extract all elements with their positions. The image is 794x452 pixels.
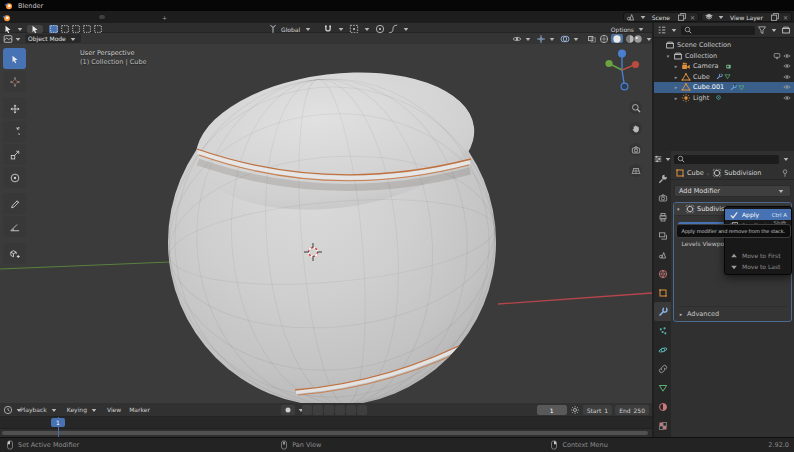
editor-type-icon[interactable] — [3, 34, 13, 44]
mode-dropdown[interactable]: Object Mode — [25, 34, 81, 43]
new-collection-icon[interactable] — [781, 25, 791, 35]
nav-zoom[interactable] — [629, 101, 642, 114]
props-tab-texture[interactable] — [654, 416, 671, 435]
nav-pan[interactable] — [629, 122, 642, 135]
outliner-row-light[interactable]: ▸ Light — [654, 93, 794, 104]
select-mode-set[interactable] — [49, 25, 58, 33]
header-toggle-visibility[interactable] — [511, 34, 534, 44]
display-mode-icon[interactable] — [657, 25, 667, 35]
props-tab-scene[interactable] — [654, 245, 671, 264]
expander-icon[interactable]: ▾ — [665, 53, 671, 59]
timeline-editor-icon[interactable] — [3, 405, 13, 415]
frame-end-field[interactable]: End250 — [615, 405, 649, 415]
transport-jump-to-start[interactable] — [302, 405, 312, 415]
pin-icon[interactable] — [780, 168, 790, 178]
breadcrumb-object[interactable]: Cube — [675, 168, 704, 178]
tool-annotate[interactable] — [3, 193, 26, 214]
transport-next-keyframe[interactable] — [346, 405, 356, 415]
outliner-search-input[interactable] — [681, 26, 755, 35]
menu-item-apply[interactable]: Apply Ctrl A — [725, 209, 791, 220]
timeline-menu-view[interactable]: View — [104, 405, 124, 415]
select-mode-intersect[interactable] — [93, 25, 102, 33]
props-tab-particles[interactable] — [654, 321, 671, 340]
new-view-layer-icon[interactable] — [770, 12, 780, 22]
tool-pill[interactable] — [27, 25, 43, 33]
scene-selector[interactable]: Scene ✕ — [623, 12, 699, 22]
tool-scale[interactable] — [3, 144, 26, 165]
frame-start-field[interactable]: Start1 — [583, 405, 613, 415]
props-tab-material[interactable] — [654, 397, 671, 416]
menu-help[interactable] — [41, 16, 49, 18]
viewport-canvas[interactable] — [0, 44, 652, 403]
transport-jump-to-end[interactable] — [357, 405, 367, 415]
props-tab-render[interactable] — [654, 188, 671, 207]
expand-icon[interactable]: ▾ — [677, 206, 683, 212]
menu-item-move-to-last[interactable]: Move to Last — [725, 261, 791, 272]
timeline-menu-marker[interactable]: Marker — [126, 405, 153, 415]
subdivided-sphere-object[interactable] — [156, 57, 508, 403]
keying-settings-icon[interactable] — [570, 405, 580, 415]
menu-window[interactable] — [33, 16, 41, 18]
outliner-row-cube[interactable]: ▸ Cube — [654, 72, 794, 83]
tool-add-cube[interactable] — [3, 243, 26, 264]
tool-move[interactable] — [3, 98, 26, 119]
props-tab-physics[interactable] — [654, 340, 671, 359]
header-toggle-gizmo-toggle[interactable] — [535, 34, 558, 44]
view-layer-name[interactable]: View Layer — [728, 14, 768, 21]
3d-viewport[interactable]: User Perspective (1) Collection | Cube — [0, 44, 652, 403]
tool-measure[interactable] — [3, 216, 26, 237]
properties-search-input[interactable] — [674, 155, 779, 164]
remove-view-layer-icon[interactable]: ✕ — [782, 14, 789, 21]
outliner-row-cube-001[interactable]: ▸ Cube.001 — [654, 82, 794, 93]
menu-render[interactable] — [25, 16, 33, 18]
breadcrumb-context[interactable]: Subdivision — [712, 168, 761, 178]
props-tab-tool[interactable] — [654, 169, 671, 188]
nav-camera[interactable] — [629, 143, 642, 156]
select-mode-subtract[interactable] — [71, 25, 80, 33]
orientation-dropdown[interactable]: Global — [281, 26, 300, 33]
transport-play[interactable] — [335, 405, 345, 415]
add-modifier-button[interactable]: Add Modifier — [674, 185, 791, 197]
transport-play-reverse[interactable] — [324, 405, 334, 415]
outliner-row-scene-collection[interactable]: Scene Collection — [654, 40, 794, 51]
tool-transform[interactable] — [3, 167, 26, 188]
playhead-badge[interactable]: 1 — [51, 418, 65, 427]
timeline-menu-keying[interactable]: Keying — [64, 405, 102, 415]
menu-item-move-to-first[interactable]: Move to First — [725, 250, 791, 261]
transport-prev-keyframe[interactable] — [313, 405, 323, 415]
expander-icon[interactable]: ▸ — [673, 95, 679, 101]
select-mode-extend[interactable] — [60, 25, 69, 33]
props-tab-constraints[interactable] — [654, 359, 671, 378]
filter-dropdown-icon[interactable] — [781, 154, 791, 164]
props-tab-object[interactable] — [654, 283, 671, 302]
filter-icon[interactable] — [757, 25, 767, 35]
navigation-gizmo[interactable] — [602, 46, 642, 94]
menu-edit[interactable] — [17, 16, 25, 18]
view-layer-selector[interactable]: View Layer ✕ — [701, 12, 792, 22]
menu-file[interactable] — [9, 16, 17, 18]
shading-mode-shade-rendered[interactable] — [637, 34, 649, 43]
props-tab-modifiers[interactable] — [654, 302, 671, 321]
advanced-section[interactable]: ▸ Advanced — [678, 306, 787, 318]
tool-select-box[interactable] — [3, 48, 26, 69]
header-toggle-overlays[interactable] — [559, 34, 582, 44]
expander-icon[interactable]: ▸ — [673, 84, 679, 90]
auto-keying-button[interactable] — [281, 405, 295, 415]
outliner-row-collection[interactable]: ▾ Collection — [654, 51, 794, 62]
new-scene-icon[interactable] — [677, 12, 687, 22]
current-frame-field[interactable]: 1 — [537, 405, 567, 415]
shading-mode-shade-wire[interactable] — [598, 34, 610, 43]
props-tab-world[interactable] — [654, 264, 671, 283]
props-tab-output[interactable] — [654, 207, 671, 226]
properties-editor-type-icon[interactable] — [653, 154, 673, 164]
select-mode-invert[interactable] — [82, 25, 91, 33]
add-workspace-button[interactable]: + — [159, 12, 170, 23]
props-tab-data[interactable] — [654, 378, 671, 397]
timeline-ruler[interactable] — [0, 417, 652, 429]
timeline-scrollbar[interactable] — [2, 431, 648, 435]
outliner-row-camera[interactable]: ▸ Camera — [654, 61, 794, 72]
expander-icon[interactable]: ▸ — [673, 63, 679, 69]
tool-cursor[interactable] — [3, 71, 26, 92]
tool-rotate[interactable] — [3, 121, 26, 142]
expander-icon[interactable]: ▸ — [673, 74, 679, 80]
